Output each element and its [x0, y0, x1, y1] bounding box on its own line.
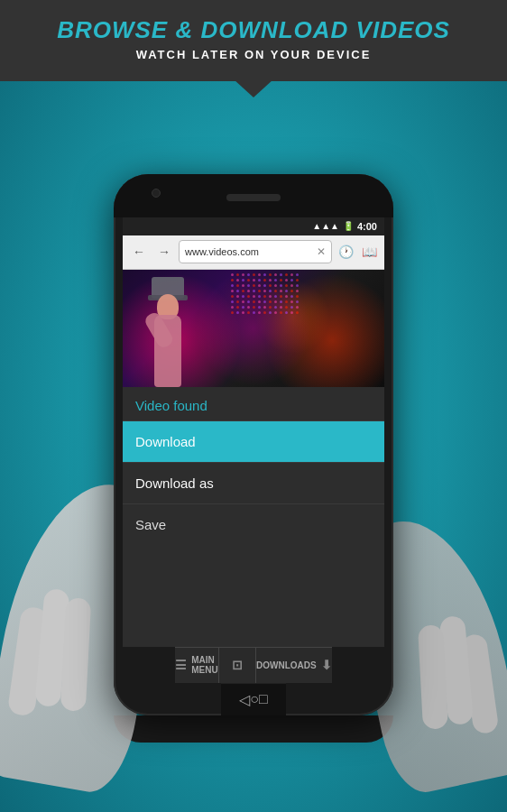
recent-nav-icon[interactable]: □ — [259, 691, 268, 707]
context-menu: Video found Download Download as Save — [123, 387, 384, 647]
download-icon: ⬇ — [321, 658, 332, 672]
signal-icon: ▲▲▲ — [312, 221, 339, 231]
speaker-grill — [226, 194, 281, 201]
phone-bottom-cap — [114, 715, 393, 743]
home-nav-icon[interactable]: ○ — [250, 691, 259, 707]
led-display — [227, 270, 384, 387]
android-nav-bar: ◁ ○ □ — [221, 683, 285, 715]
downloads-label: DOWNLOADS — [256, 660, 317, 670]
history-icon[interactable]: 🕐 — [336, 242, 355, 262]
phone-wrapper: ▲▲▲ 🔋 4:00 ← → www.videos.com ✕ 🕐 📖 — [114, 174, 393, 743]
screenshot-button[interactable]: ⊡ — [219, 648, 256, 683]
back-button[interactable]: ← — [128, 241, 150, 263]
download-as-menu-item[interactable]: Download as — [123, 462, 384, 503]
menu-icon: ☰ — [175, 658, 187, 672]
front-camera — [152, 189, 161, 198]
body-shape — [154, 315, 181, 387]
screenshot-icon: ⊡ — [232, 658, 243, 672]
video-thumbnail — [123, 270, 384, 387]
main-menu-button[interactable]: ☰ MAIN MENU — [175, 648, 218, 683]
action-bar: ☰ MAIN MENU ⊡ DOWNLOADS ⬇ — [175, 647, 331, 683]
bookmarks-icon[interactable]: 📖 — [359, 242, 379, 262]
download-menu-item[interactable]: Download — [123, 420, 384, 462]
url-bar[interactable]: www.videos.com ✕ — [179, 240, 332, 263]
save-menu-item[interactable]: Save — [123, 503, 384, 545]
forward-button[interactable]: → — [153, 241, 175, 263]
header-subtitle: WATCH LATER ON YOUR DEVICE — [9, 48, 498, 61]
downloads-button[interactable]: DOWNLOADS ⬇ — [256, 648, 332, 683]
person-silhouette — [141, 279, 204, 387]
status-bar: ▲▲▲ 🔋 4:00 — [123, 217, 384, 235]
url-text: www.videos.com — [185, 246, 313, 257]
close-tab-icon[interactable]: ✕ — [317, 245, 326, 258]
header-banner: BROWSE & DOWNLOAD VIDEOS WATCH LATER ON … — [0, 0, 507, 81]
battery-icon: 🔋 — [343, 221, 354, 231]
video-found-label: Video found — [123, 387, 384, 420]
browser-toolbar: ← → www.videos.com ✕ 🕐 📖 — [123, 235, 384, 270]
phone-screen: ▲▲▲ 🔋 4:00 ← → www.videos.com ✕ 🕐 📖 — [123, 217, 384, 647]
phone-top — [114, 174, 393, 217]
header-title: BROWSE & DOWNLOAD VIDEOS — [9, 16, 498, 44]
back-nav-icon[interactable]: ◁ — [239, 691, 250, 708]
content-area: ▲▲▲ 🔋 4:00 ← → www.videos.com ✕ 🕐 📖 — [0, 81, 507, 807]
time-display: 4:00 — [357, 221, 377, 232]
main-menu-label: MAIN MENU — [191, 655, 217, 675]
phone-device: ▲▲▲ 🔋 4:00 ← → www.videos.com ✕ 🕐 📖 — [114, 174, 393, 715]
